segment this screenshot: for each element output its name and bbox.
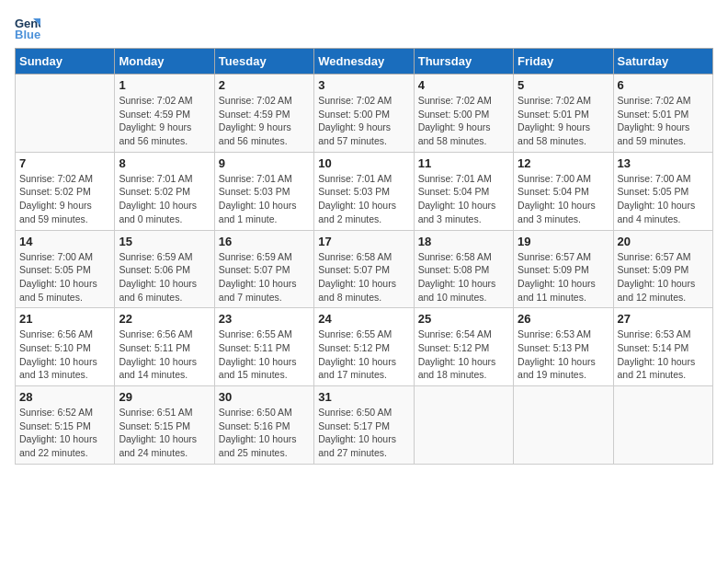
day-number: 1 <box>119 78 210 92</box>
day-number: 17 <box>318 235 409 248</box>
calendar-cell: 31Sunrise: 6:50 AMSunset: 5:17 PMDayligh… <box>314 386 414 465</box>
day-info: Sunrise: 7:02 AMSunset: 5:00 PMDaylight:… <box>418 94 509 148</box>
calendar-cell: 15Sunrise: 6:59 AMSunset: 5:06 PMDayligh… <box>115 230 214 308</box>
day-number: 23 <box>219 312 310 326</box>
day-info: Sunrise: 7:02 AMSunset: 4:59 PMDaylight:… <box>219 94 310 148</box>
day-info: Sunrise: 7:02 AMSunset: 5:00 PMDaylight:… <box>318 94 409 148</box>
day-info: Sunrise: 7:02 AMSunset: 4:59 PMDaylight:… <box>119 94 210 148</box>
calendar-cell: 10Sunrise: 7:01 AMSunset: 5:03 PMDayligh… <box>314 152 414 230</box>
col-header-saturday: Saturday <box>613 49 712 75</box>
calendar-cell: 24Sunrise: 6:55 AMSunset: 5:12 PMDayligh… <box>314 308 414 386</box>
day-info: Sunrise: 7:00 AMSunset: 5:04 PMDaylight:… <box>518 172 609 226</box>
day-info: Sunrise: 7:01 AMSunset: 5:04 PMDaylight:… <box>418 172 509 226</box>
calendar-cell: 8Sunrise: 7:01 AMSunset: 5:02 PMDaylight… <box>115 152 214 230</box>
day-number: 27 <box>618 312 709 326</box>
day-number: 28 <box>19 390 110 404</box>
day-info: Sunrise: 6:56 AMSunset: 5:10 PMDaylight:… <box>19 327 110 382</box>
day-info: Sunrise: 7:01 AMSunset: 5:02 PMDaylight:… <box>119 172 210 226</box>
day-number: 3 <box>318 78 409 92</box>
day-info: Sunrise: 6:58 AMSunset: 5:07 PMDaylight:… <box>318 250 409 304</box>
day-number: 25 <box>418 312 509 326</box>
calendar-cell: 11Sunrise: 7:01 AMSunset: 5:04 PMDayligh… <box>414 152 513 230</box>
calendar-cell: 26Sunrise: 6:53 AMSunset: 5:13 PMDayligh… <box>514 308 613 386</box>
calendar-cell: 18Sunrise: 6:58 AMSunset: 5:08 PMDayligh… <box>414 230 513 308</box>
day-info: Sunrise: 6:58 AMSunset: 5:08 PMDaylight:… <box>418 250 509 304</box>
day-info: Sunrise: 6:53 AMSunset: 5:14 PMDaylight:… <box>618 327 709 382</box>
calendar-cell: 28Sunrise: 6:52 AMSunset: 5:15 PMDayligh… <box>16 386 115 465</box>
calendar-cell: 7Sunrise: 7:02 AMSunset: 5:02 PMDaylight… <box>16 152 115 230</box>
day-number: 2 <box>219 78 310 92</box>
day-info: Sunrise: 6:57 AMSunset: 5:09 PMDaylight:… <box>518 250 609 304</box>
calendar-cell <box>16 75 115 153</box>
day-number: 22 <box>119 312 210 326</box>
logo: General Blue <box>15 15 44 40</box>
day-number: 19 <box>518 235 609 248</box>
calendar-cell: 27Sunrise: 6:53 AMSunset: 5:14 PMDayligh… <box>613 308 712 386</box>
day-info: Sunrise: 6:55 AMSunset: 5:12 PMDaylight:… <box>318 327 409 382</box>
calendar-cell <box>414 386 513 465</box>
day-number: 11 <box>418 156 509 170</box>
day-info: Sunrise: 6:54 AMSunset: 5:12 PMDaylight:… <box>418 327 509 382</box>
calendar-cell: 21Sunrise: 6:56 AMSunset: 5:10 PMDayligh… <box>16 308 115 386</box>
calendar-cell: 30Sunrise: 6:50 AMSunset: 5:16 PMDayligh… <box>214 386 313 465</box>
day-number: 12 <box>518 156 609 170</box>
col-header-tuesday: Tuesday <box>214 49 313 75</box>
calendar-cell: 2Sunrise: 7:02 AMSunset: 4:59 PMDaylight… <box>214 75 313 153</box>
day-number: 24 <box>318 312 409 326</box>
day-info: Sunrise: 6:59 AMSunset: 5:07 PMDaylight:… <box>219 250 310 304</box>
day-number: 29 <box>119 390 210 404</box>
day-info: Sunrise: 7:00 AMSunset: 5:05 PMDaylight:… <box>618 172 709 226</box>
day-info: Sunrise: 7:00 AMSunset: 5:05 PMDaylight:… <box>19 250 110 304</box>
col-header-monday: Monday <box>115 49 214 75</box>
day-number: 21 <box>19 312 110 326</box>
calendar-cell: 14Sunrise: 7:00 AMSunset: 5:05 PMDayligh… <box>16 230 115 308</box>
day-number: 16 <box>219 235 310 248</box>
day-number: 18 <box>418 235 509 248</box>
day-number: 9 <box>219 156 310 170</box>
calendar-cell: 6Sunrise: 7:02 AMSunset: 5:01 PMDaylight… <box>613 75 712 153</box>
calendar-cell: 16Sunrise: 6:59 AMSunset: 5:07 PMDayligh… <box>214 230 313 308</box>
page-header: General Blue <box>15 15 713 40</box>
col-header-sunday: Sunday <box>16 49 115 75</box>
calendar-cell: 13Sunrise: 7:00 AMSunset: 5:05 PMDayligh… <box>613 152 712 230</box>
logo-icon: General Blue <box>15 15 40 40</box>
day-info: Sunrise: 6:51 AMSunset: 5:15 PMDaylight:… <box>119 406 210 460</box>
day-info: Sunrise: 6:56 AMSunset: 5:11 PMDaylight:… <box>119 327 210 382</box>
day-number: 4 <box>418 78 509 92</box>
day-number: 8 <box>119 156 210 170</box>
day-info: Sunrise: 6:53 AMSunset: 5:13 PMDaylight:… <box>518 327 609 382</box>
day-number: 6 <box>618 78 709 92</box>
day-number: 26 <box>518 312 609 326</box>
calendar-cell: 17Sunrise: 6:58 AMSunset: 5:07 PMDayligh… <box>314 230 414 308</box>
calendar-cell: 19Sunrise: 6:57 AMSunset: 5:09 PMDayligh… <box>514 230 613 308</box>
day-info: Sunrise: 6:52 AMSunset: 5:15 PMDaylight:… <box>19 406 110 460</box>
day-number: 31 <box>318 390 409 404</box>
calendar-cell: 3Sunrise: 7:02 AMSunset: 5:00 PMDaylight… <box>314 75 414 153</box>
calendar-cell: 22Sunrise: 6:56 AMSunset: 5:11 PMDayligh… <box>115 308 214 386</box>
day-number: 15 <box>119 235 210 248</box>
calendar-cell: 4Sunrise: 7:02 AMSunset: 5:00 PMDaylight… <box>414 75 513 153</box>
col-header-friday: Friday <box>514 49 613 75</box>
calendar-cell: 1Sunrise: 7:02 AMSunset: 4:59 PMDaylight… <box>115 75 214 153</box>
day-number: 10 <box>318 156 409 170</box>
day-info: Sunrise: 7:01 AMSunset: 5:03 PMDaylight:… <box>318 172 409 226</box>
day-number: 13 <box>618 156 709 170</box>
calendar-table: SundayMondayTuesdayWednesdayThursdayFrid… <box>15 48 713 465</box>
calendar-cell: 9Sunrise: 7:01 AMSunset: 5:03 PMDaylight… <box>214 152 313 230</box>
day-info: Sunrise: 6:50 AMSunset: 5:17 PMDaylight:… <box>318 406 409 460</box>
calendar-cell: 23Sunrise: 6:55 AMSunset: 5:11 PMDayligh… <box>214 308 313 386</box>
svg-text:Blue: Blue <box>15 28 40 40</box>
calendar-cell: 25Sunrise: 6:54 AMSunset: 5:12 PMDayligh… <box>414 308 513 386</box>
day-info: Sunrise: 6:59 AMSunset: 5:06 PMDaylight:… <box>119 250 210 304</box>
day-info: Sunrise: 7:01 AMSunset: 5:03 PMDaylight:… <box>219 172 310 226</box>
day-info: Sunrise: 7:02 AMSunset: 5:02 PMDaylight:… <box>19 172 110 226</box>
col-header-thursday: Thursday <box>414 49 513 75</box>
calendar-cell: 12Sunrise: 7:00 AMSunset: 5:04 PMDayligh… <box>514 152 613 230</box>
col-header-wednesday: Wednesday <box>314 49 414 75</box>
calendar-cell: 5Sunrise: 7:02 AMSunset: 5:01 PMDaylight… <box>514 75 613 153</box>
day-number: 5 <box>518 78 609 92</box>
calendar-cell: 20Sunrise: 6:57 AMSunset: 5:09 PMDayligh… <box>613 230 712 308</box>
day-number: 20 <box>618 235 709 248</box>
calendar-cell: 29Sunrise: 6:51 AMSunset: 5:15 PMDayligh… <box>115 386 214 465</box>
day-info: Sunrise: 7:02 AMSunset: 5:01 PMDaylight:… <box>618 94 709 148</box>
